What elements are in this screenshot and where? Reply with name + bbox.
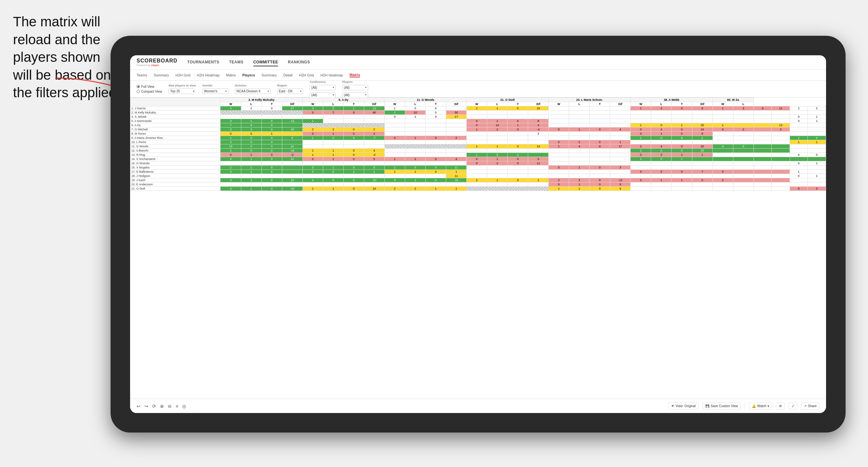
- max-players-filter: Max players in view Top 25 Top 50 All: [168, 84, 196, 94]
- fullscreen-button[interactable]: ⤢: [789, 403, 797, 409]
- max-players-select[interactable]: Top 25 Top 50 All: [168, 89, 194, 94]
- matrix-cell: [405, 127, 425, 132]
- matrix-cell: 0: [549, 127, 569, 132]
- matrix-cell: 1: [323, 153, 343, 157]
- sub-nav-summary2[interactable]: Summary: [261, 73, 277, 77]
- matrix-cell: [405, 140, 425, 145]
- matrix-cell: 3: [808, 187, 826, 191]
- full-view-option[interactable]: Full View: [136, 85, 162, 89]
- matrix-cell: [303, 115, 323, 119]
- col-t-3: T: [425, 102, 446, 106]
- max-players-select-wrapper: Top 25 Top 50 All: [168, 88, 196, 94]
- matrix-cell: [672, 161, 692, 165]
- view-options: Full View Compact View: [136, 85, 162, 93]
- matrix-content: 2. M Kelly Mulcahy 6. A Dy 11. G Woods 2…: [130, 98, 826, 399]
- sub-nav-matrix2[interactable]: Matrix: [350, 73, 360, 77]
- matrix-cell: [713, 165, 733, 170]
- sub-nav-matrix[interactable]: Matrix: [226, 73, 236, 77]
- matrix-cell: 3: [651, 106, 672, 111]
- sub-nav-h2h-heatmap2[interactable]: H2H Heatmap: [320, 73, 343, 77]
- table-row: 16. X Mcgaha2103100100110103: [130, 165, 826, 170]
- sub-nav-players[interactable]: Players: [242, 73, 255, 77]
- matrix-cell: 1: [789, 140, 807, 145]
- matrix-cell: [549, 149, 569, 153]
- matrix-cell: [630, 161, 651, 165]
- matrix-cell: 0: [590, 140, 610, 145]
- matrix-cell: [220, 115, 241, 119]
- compact-view-option[interactable]: Compact View: [136, 90, 162, 93]
- target-icon[interactable]: ◎: [182, 404, 186, 409]
- matrix-cell: [772, 174, 789, 178]
- players-select[interactable]: (All): [342, 85, 368, 90]
- matrix-cell: 0: [343, 178, 364, 182]
- matrix-cell: [528, 187, 549, 191]
- matrix-cell: 0: [508, 157, 528, 161]
- matrix-cell: [692, 187, 713, 191]
- matrix-cell: [549, 161, 569, 165]
- sub-nav-summary[interactable]: Summary: [154, 73, 169, 77]
- sub-nav-teams[interactable]: Teams: [136, 73, 147, 77]
- matrix-cell: [508, 182, 528, 187]
- matrix-cell: 1: [528, 178, 549, 182]
- matrix-cell: -4: [528, 127, 549, 132]
- matrix-cell: 2: [405, 157, 425, 161]
- division-select[interactable]: NCAA Division II NCAA Division I: [235, 89, 271, 94]
- matrix-cell: 3: [220, 178, 241, 182]
- matrix-cell: 0: [425, 165, 446, 170]
- sub-nav-h2h-grid2[interactable]: H2H Grid: [299, 73, 314, 77]
- matrix-cell: 10: [405, 111, 425, 115]
- matrix-cell: [733, 157, 753, 161]
- nav-tournaments[interactable]: TOURNAMENTS: [187, 59, 219, 66]
- matrix-cell: 0: [241, 123, 261, 127]
- matrix-cell: [384, 161, 405, 165]
- conference-filter: Conference (All) (All): [310, 80, 336, 98]
- share-button[interactable]: ↗ Share: [801, 403, 819, 409]
- matrix-cell: [446, 140, 466, 145]
- matrix-cell: 0: [343, 111, 364, 115]
- matrix-cell: [569, 161, 590, 165]
- nav-rankings[interactable]: RANKINGS: [288, 59, 310, 66]
- full-view-radio[interactable]: [136, 85, 140, 88]
- nav-teams[interactable]: TEAMS: [229, 59, 244, 66]
- matrix-cell: 0: [241, 145, 261, 149]
- reset-icon[interactable]: ⟳: [152, 404, 156, 409]
- sub-nav-detail[interactable]: Detail: [283, 73, 292, 77]
- gender-select[interactable]: Women's Men's: [202, 89, 228, 94]
- matrix-cell: 0: [808, 153, 826, 157]
- nav-committee[interactable]: COMMITTEE: [253, 59, 278, 66]
- save-custom-view-button[interactable]: 💾 Save Custom View: [703, 403, 741, 409]
- region-select[interactable]: East - DII West - DII: [277, 89, 303, 94]
- matrix-cell: [672, 140, 692, 145]
- matrix-cell: [364, 161, 384, 165]
- matrix-cell: [590, 123, 610, 127]
- undo-icon[interactable]: ↩: [136, 404, 141, 409]
- conference-select[interactable]: (All): [310, 85, 336, 90]
- matrix-cell: 0: [651, 123, 672, 127]
- matrix-cell: [549, 123, 569, 127]
- matrix-cell: 0: [789, 119, 807, 123]
- sub-nav-h2h-heatmap[interactable]: H2H Heatmap: [197, 73, 219, 77]
- sub-nav-h2h-grid[interactable]: H2H Grid: [175, 73, 190, 77]
- matrix-cell: [651, 165, 672, 170]
- matrix-cell: -7: [364, 136, 384, 140]
- matrix-cell: [528, 115, 549, 119]
- conference-select2[interactable]: (All): [310, 92, 336, 98]
- remove-icon[interactable]: ⊖: [168, 404, 172, 409]
- table-row: 8. M Torres001010230108: [130, 132, 826, 136]
- matrix-cell: [220, 182, 241, 187]
- matrix-cell: 27: [282, 106, 303, 111]
- watch-button[interactable]: 🔔 Watch ▾: [749, 403, 772, 409]
- matrix-cell: [753, 140, 771, 145]
- matrix-cell: 10: [528, 106, 549, 111]
- redo-icon[interactable]: ↪: [145, 404, 148, 409]
- matrix-cell: [549, 106, 569, 111]
- options-button[interactable]: ⚙: [776, 403, 785, 409]
- matrix-cell: 0: [323, 178, 343, 182]
- grid-icon[interactable]: ≡: [176, 404, 178, 409]
- matrix-cell: 0: [261, 136, 282, 140]
- compact-view-radio[interactable]: [136, 90, 140, 93]
- add-icon[interactable]: ⊕: [160, 404, 164, 409]
- players-select2[interactable]: (All): [342, 92, 368, 98]
- matrix-cell: [528, 182, 549, 187]
- view-original-button[interactable]: 👁 View: Original: [668, 403, 699, 409]
